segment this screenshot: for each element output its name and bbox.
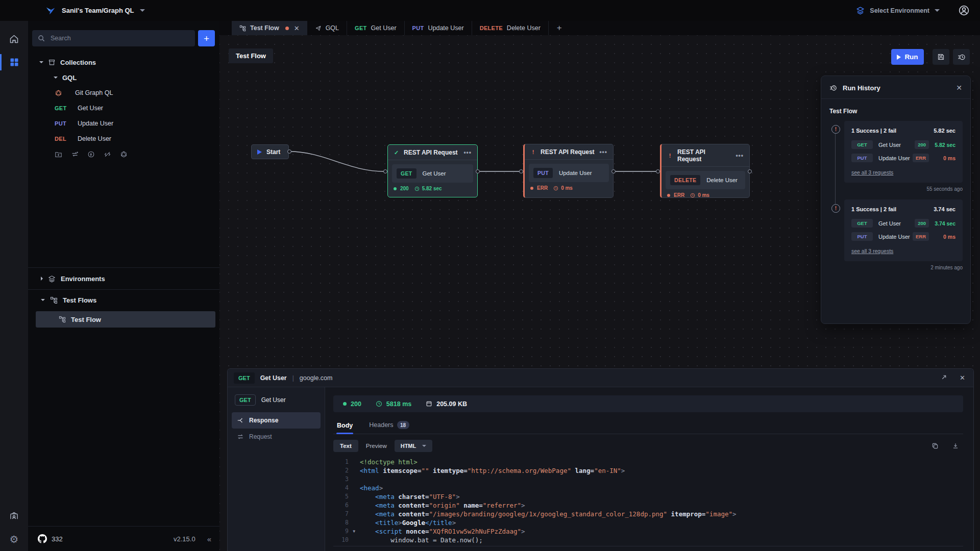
node-rest-api-request-put[interactable]: ! REST API Request ••• PUT Update User E… — [523, 144, 614, 198]
status-badge: ERR — [913, 232, 929, 241]
close-panel-icon[interactable]: ✕ — [960, 374, 965, 382]
tab-gql[interactable]: GQL — [307, 21, 347, 35]
start-node[interactable]: Start — [251, 144, 289, 159]
sidebar-item-delete-user[interactable]: DEL Delete User — [28, 131, 219, 146]
code-fold-icon[interactable]: ▼ — [353, 527, 355, 536]
download-icon[interactable] — [952, 442, 959, 449]
request-label: Update User — [78, 120, 113, 127]
sidebar: + Collections GQL Git Graph QL GET Get U… — [28, 21, 219, 551]
community-icon[interactable] — [0, 504, 28, 528]
method-badge: GET — [55, 105, 73, 111]
duration: 0 ms — [698, 192, 709, 198]
see-all-requests-link[interactable]: see all 3 requests — [851, 248, 893, 254]
user-avatar[interactable] — [958, 5, 970, 16]
node-menu-icon[interactable]: ••• — [463, 149, 472, 156]
node2-input-port[interactable] — [519, 169, 523, 173]
search-field[interactable] — [50, 34, 189, 42]
sidebar-item-get-user[interactable]: GET Get User — [28, 101, 219, 116]
workspace-switcher[interactable]: Sanil's Team/Graph QL — [0, 5, 145, 16]
run-duration: 3.74 sec — [934, 206, 955, 212]
split-branch-icon — [237, 417, 244, 424]
topbar: Sanil's Team/Graph QL Select Environment — [0, 0, 980, 21]
clock-icon — [690, 193, 695, 198]
node3-output-port[interactable] — [748, 169, 752, 173]
nav-item-request[interactable]: Request — [232, 429, 321, 445]
sidebar-item-update-user[interactable]: PUT Update User — [28, 116, 219, 131]
node2-output-port[interactable] — [611, 169, 616, 173]
code-off-icon[interactable] — [104, 151, 111, 158]
new-tab-button[interactable]: + — [549, 21, 570, 35]
node-rest-api-request-delete[interactable]: ! REST API Request ••• DELETE Delete Use… — [660, 144, 750, 198]
collapse-sidebar-button[interactable]: « — [207, 535, 211, 543]
node-menu-icon[interactable]: ••• — [599, 148, 607, 156]
request-time: 5.82 sec — [929, 142, 955, 148]
tab-body[interactable]: Body — [336, 420, 353, 434]
chevron-down-icon[interactable] — [935, 9, 940, 12]
status-code: 200 — [400, 186, 409, 191]
close-tab-icon[interactable]: ✕ — [294, 24, 300, 32]
settings-gear-icon[interactable]: ⚙ — [0, 528, 28, 551]
clock-icon — [376, 400, 382, 407]
tab-label: Delete User — [507, 24, 541, 32]
home-icon[interactable] — [0, 27, 28, 51]
request-name: Get User — [423, 170, 446, 177]
run-history-button[interactable] — [953, 49, 970, 65]
method-badge: PUT — [533, 168, 553, 178]
sidebar-item-test-flow[interactable]: Test Flow — [36, 311, 215, 328]
run-timestamp: 2 minutes ago — [821, 265, 963, 270]
request-time: 0 ms — [929, 155, 955, 161]
chevron-down-icon — [140, 9, 145, 12]
format-select[interactable]: HTML — [395, 440, 433, 452]
node3-input-port[interactable] — [656, 169, 660, 173]
tab-delete-user[interactable]: DELETE Delete User — [472, 21, 549, 35]
test-flows-label: Test Flows — [63, 296, 96, 304]
tab-label: Update User — [428, 24, 463, 32]
chevron-down-icon — [422, 445, 426, 447]
sidebar-section-environments[interactable]: Environments — [28, 268, 219, 289]
see-all-requests-link[interactable]: see all 3 requests — [851, 169, 893, 176]
view-text-button[interactable]: Text — [333, 440, 358, 452]
environment-selector[interactable]: Select Environment — [870, 7, 929, 14]
tab-label: Body — [337, 422, 353, 429]
run-button[interactable]: Run — [891, 49, 924, 65]
unsaved-dot — [285, 27, 289, 30]
close-icon[interactable]: ✕ — [956, 84, 962, 92]
add-new-button[interactable]: + — [198, 30, 215, 46]
save-button[interactable] — [933, 49, 949, 65]
node-menu-icon[interactable]: ••• — [736, 152, 744, 159]
tab-get-user[interactable]: GET Get User — [347, 21, 405, 35]
nav-label: Request — [249, 433, 272, 440]
expand-panel-icon[interactable] — [941, 374, 947, 382]
new-folder-icon[interactable] — [55, 151, 62, 158]
collections-grid-icon[interactable] — [0, 51, 28, 74]
sidebar-item-git-graph-ql[interactable]: Git Graph QL — [28, 85, 219, 101]
start-output-port[interactable] — [287, 149, 291, 154]
status-badge: ERR — [913, 154, 929, 162]
node-rest-api-request-get[interactable]: ✓ REST API Request ••• GET Get User 200 … — [387, 144, 478, 197]
tab-update-user[interactable]: PUT Update User — [405, 21, 472, 35]
request-name: Delete User — [706, 177, 738, 183]
sidebar-item-collections[interactable]: Collections — [28, 55, 219, 70]
node1-output-port[interactable] — [476, 169, 480, 173]
search-input[interactable] — [32, 30, 195, 46]
tab-label: GQL — [326, 24, 339, 32]
flow-canvas[interactable]: Test Flow Run Start — [219, 35, 980, 551]
zap-circle-icon[interactable] — [87, 151, 95, 158]
line-number: 3 — [333, 475, 352, 484]
graphql-schema-icon[interactable] — [120, 151, 128, 158]
run-summary: 1 Success | 2 fail — [851, 128, 896, 134]
github-star-count[interactable]: 332 — [52, 535, 63, 543]
tab-test-flow[interactable]: Test Flow ✕ — [232, 21, 307, 35]
node1-input-port[interactable] — [383, 169, 387, 173]
method-badge: DELETE — [480, 25, 503, 31]
sync-arrows-icon[interactable] — [71, 151, 79, 158]
view-preview-button[interactable]: Preview — [366, 443, 387, 449]
copy-icon[interactable] — [932, 442, 939, 449]
sidebar-folder-gql[interactable]: GQL — [28, 70, 219, 85]
github-icon[interactable] — [38, 534, 47, 543]
tab-headers[interactable]: Headers 18 — [369, 419, 409, 434]
nav-item-response[interactable]: Response — [232, 412, 321, 429]
status-dot — [667, 194, 670, 197]
sidebar-section-test-flows[interactable]: Test Flows — [28, 290, 219, 310]
response-body-code[interactable]: 1<!doctype html> 2<html itemscope="" ite… — [333, 458, 963, 546]
